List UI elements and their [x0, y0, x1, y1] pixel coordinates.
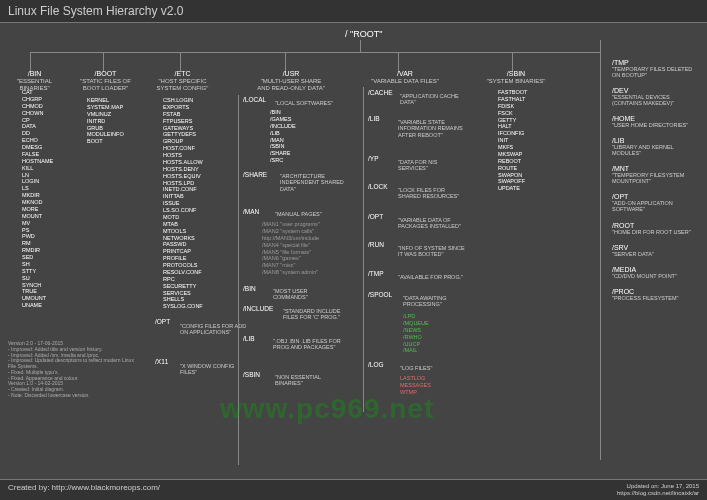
list-item: /MAN8 "system admin": [262, 269, 320, 276]
list-item: HOSTNAME: [22, 158, 53, 165]
list-item: ECHO: [22, 137, 53, 144]
rail-item: /SRV "SERVER DATA": [612, 244, 707, 257]
list-item: KILL: [22, 165, 53, 172]
list-item: HOSTS.EQUIV: [163, 173, 203, 180]
usr-bin-desc: "MOST USER COMMANDS": [273, 288, 343, 301]
list-item: ISSUE: [163, 200, 203, 207]
list-item: FSTAB: [163, 111, 203, 118]
footer-updated: Updated on: June 17, 2015: [627, 483, 699, 489]
var-run-desc: "INFO OF SYSTEM SINCE IT WAS BOOTED": [398, 245, 468, 258]
right-rail: /TMP "TEMPORARY FILES DELETED ON BOOTUP"…: [612, 59, 707, 310]
list-item: HOST.CONF: [163, 145, 203, 152]
list-item: FALSE: [22, 151, 53, 158]
rail-path: /SRV: [612, 244, 707, 251]
rail-desc: "ADD-ON APPLICATION SOFTWARE": [612, 200, 697, 212]
rail-path: /PROC: [612, 288, 707, 295]
list-item: DD: [22, 130, 53, 137]
list-item: INETD.CONF: [163, 186, 203, 193]
list-item: /SHARE: [270, 150, 296, 157]
list-item: FTPUSERS: [163, 118, 203, 125]
list-item: DMESG: [22, 144, 53, 151]
rail-path: /TMP: [612, 59, 707, 66]
list-item: SWAPOFF: [498, 178, 527, 185]
list-item: EXPORTS: [163, 104, 203, 111]
list-item: INITTAB: [163, 193, 203, 200]
etc-items: CSH.LOGINEXPORTSFSTABFTPUSERSGATEWAYSGET…: [163, 97, 203, 310]
list-item: GRUB: [87, 125, 124, 132]
etc-x11-path: /X11: [155, 358, 168, 365]
list-item: /SBIN: [270, 143, 296, 150]
list-item: IFCONFIG: [498, 130, 527, 137]
list-item: TRUE: [22, 288, 53, 295]
list-item: GETTYDEFS: [163, 131, 203, 138]
list-item: /MAN: [270, 137, 296, 144]
rail-path: /ROOT: [612, 222, 707, 229]
rail-item: /HOME "USER HOME DIRECTORIES": [612, 115, 707, 128]
rail-path: /DEV: [612, 87, 707, 94]
rail-desc: "TEMPERORY FILESYSTEM MOUNTPOINT": [612, 172, 697, 184]
list-item: MTOOLS: [163, 228, 203, 235]
list-item: FDISK: [498, 103, 527, 110]
list-item: VMLINUZ: [87, 111, 124, 118]
header: Linux File System Hierarchy v2.0: [0, 0, 707, 23]
list-item: RM: [22, 240, 53, 247]
list-item: NETWORKS: [163, 235, 203, 242]
rail-item: /PROC "PROCESS FILESYSTEM": [612, 288, 707, 301]
list-item: PASSWD: [163, 241, 203, 248]
list-item: /BIN: [270, 109, 296, 116]
version-notes: Version 2.0 - 17-06-2015- Improved: Adde…: [8, 341, 143, 399]
list-item: /NEWS: [403, 327, 429, 334]
list-item: GATEWAYS: [163, 125, 203, 132]
var-yp-desc: "DATA FOR NIS SERVICES": [398, 159, 468, 172]
list-item: /MAIL: [403, 347, 429, 354]
list-item: /MAN1 "user programs": [262, 221, 320, 228]
list-item: LASTLOG: [400, 375, 431, 382]
list-item: LS.SO.CONF: [163, 207, 203, 214]
list-item: CAT: [22, 89, 53, 96]
diagram-canvas: / "ROOT" /BIN "ESSENTIAL BINARIES" CATCH…: [0, 23, 707, 478]
var-yp-path: /YP: [368, 155, 378, 162]
list-item: MESSAGES: [400, 382, 431, 389]
usr-bin-path: /BIN: [243, 285, 256, 292]
list-item: /INCLUDE: [270, 123, 296, 130]
list-item: SHELLS: [163, 296, 203, 303]
var-log-desc: "LOG FILES": [400, 365, 432, 371]
usr-share-desc: "ARCHITECTURE INDEPENDENT SHARED DATA": [280, 173, 350, 192]
header-title: Linux File System Hierarchy v2.0: [8, 4, 183, 18]
var-log-path: /LOG: [368, 361, 384, 368]
usr-local-items: /BIN/GAMES/INCLUDE/LIB/MAN/SBIN/SHARE/SR…: [270, 109, 296, 164]
usr-local-path: /LOCAL: [243, 96, 266, 103]
list-item: HOSTS.ALLOW: [163, 159, 203, 166]
list-item: /MAN5 "file formats": [262, 249, 320, 256]
list-item: MV: [22, 220, 53, 227]
list-item: /MAN6 "games": [262, 255, 320, 262]
list-item: GETTY: [498, 117, 527, 124]
rail-item: /LIB "LIBRARY AND KERNEL MODULES": [612, 137, 707, 156]
root-node: / "ROOT": [345, 29, 382, 39]
usr-man-items: /MAN1 "user programs"/MAN2 "system calls…: [262, 221, 320, 276]
list-item: HOSTS: [163, 152, 203, 159]
list-item: HOSTS.LPD: [163, 180, 203, 187]
list-item: UNAME: [22, 302, 53, 309]
rail-item: /TMP "TEMPORARY FILES DELETED ON BOOTUP": [612, 59, 707, 78]
list-item: PS: [22, 227, 53, 234]
list-item: SU: [22, 275, 53, 282]
list-item: /RWHO: [403, 334, 429, 341]
list-item: DATA: [22, 123, 53, 130]
list-item: UPDATE: [498, 185, 527, 192]
rail-path: /OPT: [612, 193, 707, 200]
var-run-path: /RUN: [368, 241, 384, 248]
etc-header: /ETC "HOST SPECIFIC SYSTEM CONFIG": [155, 70, 210, 91]
list-item: HALT: [498, 123, 527, 130]
list-item: INIT: [498, 137, 527, 144]
rail-desc: "USER HOME DIRECTORIES": [612, 122, 697, 128]
usr-sbin-desc: "NON ESSENTIAL BINARIES": [275, 374, 345, 387]
var-opt-path: /OPT: [368, 213, 383, 220]
rail-desc: "HOME DIR FOR ROOT USER": [612, 229, 697, 235]
footer-created: Created by: http://www.blackmoreops.com/: [8, 483, 160, 497]
usr-lib-desc: ".OBJ .BIN .LIB FILES FOR PROG AND PACKA…: [273, 338, 343, 351]
bin-header: /BIN "ESSENTIAL BINARIES": [12, 70, 57, 91]
sbin-items: FASTBOOTFASTHALTFDISKFSCKGETTYHALTIFCONF…: [498, 89, 527, 192]
list-item: MODULEINFO: [87, 131, 124, 138]
rail-item: /DEV "ESSENTIAL DEVICES (CONTAINS MAKEDE…: [612, 87, 707, 106]
